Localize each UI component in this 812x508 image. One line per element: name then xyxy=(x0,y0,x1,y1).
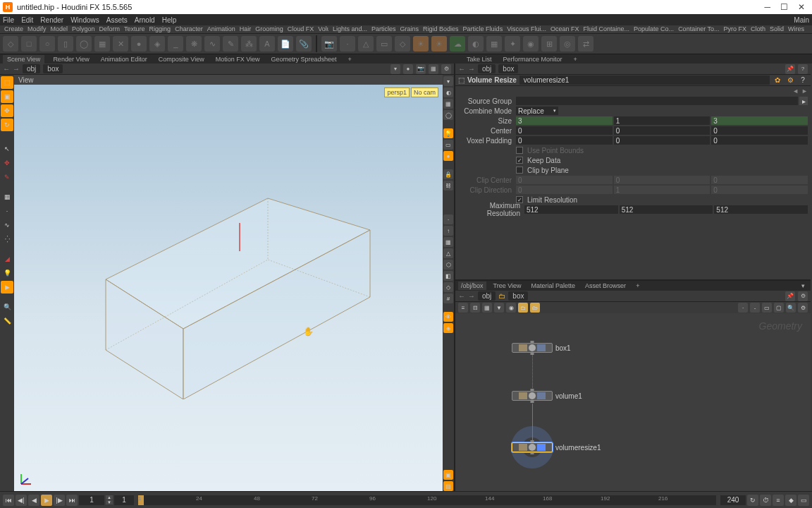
shelf-tab[interactable]: Viscous Flui... xyxy=(507,25,546,34)
shelf-tab[interactable]: Container To... xyxy=(678,25,719,34)
shelf-tab[interactable]: Rigging xyxy=(149,25,171,34)
shelf-tool-icon[interactable]: 📎 xyxy=(296,36,312,52)
voxelpad-y-field[interactable]: 0 xyxy=(614,136,710,145)
shelf-tab[interactable]: Populate Co... xyxy=(634,25,674,34)
paint-tool-icon[interactable]: ✎ xyxy=(1,171,13,183)
shelf-tool-icon[interactable]: ⁂ xyxy=(241,36,257,52)
shelf-tool-icon[interactable]: ◯ xyxy=(76,36,92,52)
start-frame-field[interactable]: 1 xyxy=(79,495,104,505)
shelf-tab[interactable]: Deform xyxy=(99,25,121,34)
path-segment[interactable]: box xyxy=(498,64,518,73)
layout-icon[interactable]: ▦ xyxy=(429,64,438,74)
pane-tab[interactable]: Composite View xyxy=(156,55,207,64)
scope-icon[interactable]: ▭ xyxy=(798,495,809,506)
network-node[interactable]: box1 xyxy=(512,343,571,353)
measure-icon[interactable]: 📏 xyxy=(1,315,13,327)
center-y-field[interactable]: 0 xyxy=(614,126,710,135)
shelf-tool-icon[interactable]: ⎯ xyxy=(168,36,183,52)
network-view[interactable]: Geometry box1 volume1 volumeresize1 xyxy=(455,313,811,491)
uv-icon[interactable]: ▦ xyxy=(443,237,453,247)
next-frame-button[interactable]: |▶ xyxy=(54,495,65,506)
shelf-tool-icon[interactable]: ▭ xyxy=(376,36,392,52)
filter-icon[interactable]: ▼ xyxy=(494,303,504,313)
shelf-tab[interactable]: Wires xyxy=(788,25,804,34)
shelf-tab[interactable]: Modify xyxy=(27,25,47,34)
options-icon[interactable]: ⚙ xyxy=(798,303,808,313)
shelf-tool-icon[interactable]: ☀ xyxy=(431,36,447,52)
shelf-tool-icon[interactable]: ☀ xyxy=(413,36,429,52)
path-segment[interactable]: obj xyxy=(478,64,496,73)
layout-icon[interactable]: · xyxy=(738,303,748,313)
pane-tab[interactable]: Render View xyxy=(50,55,92,64)
number-icon[interactable]: # xyxy=(443,294,453,303)
net-tab[interactable]: Material Palette xyxy=(529,282,579,290)
find-icon[interactable]: 🔍 xyxy=(786,303,796,313)
shelf-tool-icon[interactable]: ⊞ xyxy=(541,36,557,52)
shelf-tab[interactable]: Grooming xyxy=(255,25,283,34)
add-tab-icon[interactable]: + xyxy=(571,55,580,64)
nav-back-icon[interactable]: ← xyxy=(458,65,465,73)
keyframe-icon[interactable]: ◆ xyxy=(785,495,796,506)
shelf-tab[interactable]: Hair xyxy=(240,25,252,34)
shelf-tab[interactable]: Volume xyxy=(318,25,328,34)
shelf-tool-icon[interactable]: △ xyxy=(358,36,374,52)
maxres-z-field[interactable]: 512 xyxy=(714,205,808,214)
add-tab-icon[interactable]: + xyxy=(345,55,355,64)
frame-icon[interactable]: ▢ xyxy=(774,303,784,313)
vertex-icon[interactable]: ⬡ xyxy=(443,260,453,270)
loop-icon[interactable]: ↻ xyxy=(747,495,758,506)
nav-back-icon[interactable]: ← xyxy=(3,65,10,73)
shelf-tool-icon[interactable]: ▦ xyxy=(486,36,502,52)
step-up-icon[interactable]: ▲ xyxy=(106,495,113,500)
shelf-tool-icon[interactable]: □ xyxy=(21,36,37,52)
list-icon[interactable]: ≡ xyxy=(458,303,468,313)
snapshot-icon[interactable]: 📷 xyxy=(416,64,426,74)
maxres-y-field[interactable]: 512 xyxy=(620,205,713,214)
group-picker-icon[interactable]: ▸ xyxy=(799,97,808,105)
menu-edit[interactable]: Edit xyxy=(21,16,33,24)
pin-icon[interactable]: 📌 xyxy=(785,64,795,74)
menu-render[interactable]: Render xyxy=(40,16,63,24)
pane-tab[interactable]: Motion FX View xyxy=(213,55,263,64)
first-frame-button[interactable]: ⏮ xyxy=(3,495,14,506)
shelf-tab[interactable]: Character xyxy=(175,25,203,34)
normal-icon[interactable]: ↑ xyxy=(443,226,453,236)
shelf-tool-icon[interactable]: ▦ xyxy=(94,36,110,52)
path-segment[interactable]: box xyxy=(508,291,528,301)
construction-plane-icon[interactable]: ◢ xyxy=(1,253,13,265)
flipbook-icon[interactable]: ▶ xyxy=(1,281,13,294)
lock-camera-icon[interactable]: 🔒 xyxy=(443,169,453,179)
shelf-tab[interactable]: Polygon xyxy=(72,25,95,34)
shelf-tab[interactable]: Ocean FX xyxy=(550,25,579,34)
path-segment[interactable]: box xyxy=(43,64,63,73)
shelf-tab[interactable]: Grains xyxy=(400,25,419,34)
select-tool-icon[interactable]: ▣ xyxy=(1,90,13,103)
pane-tab[interactable]: Scene View xyxy=(3,55,44,64)
shelf-tool-icon[interactable]: ∿ xyxy=(204,36,220,52)
view-mode-label[interactable]: View xyxy=(14,75,443,85)
realtime-icon[interactable]: ⏱ xyxy=(760,495,771,506)
step-down-icon[interactable]: ▼ xyxy=(106,500,113,504)
last-frame-button[interactable]: ⏭ xyxy=(66,495,78,506)
guide-icon[interactable]: ◈ xyxy=(443,323,453,333)
node-name-field[interactable]: volumeresize1 xyxy=(519,75,770,85)
close-button[interactable]: ✕ xyxy=(798,2,805,12)
grid-icon[interactable]: ▦ xyxy=(482,303,492,313)
wireframe-icon[interactable]: ▦ xyxy=(443,99,453,109)
menu-assets[interactable]: Assets xyxy=(106,16,128,24)
gear-icon[interactable]: ⚙ xyxy=(798,291,808,301)
size-y-field[interactable]: 1 xyxy=(614,116,710,125)
inspect-icon[interactable]: 🔍 xyxy=(1,301,13,313)
prev-frame-button[interactable]: ◀| xyxy=(16,495,27,506)
ghost-icon[interactable]: ◯ xyxy=(443,110,453,120)
3d-viewport[interactable]: View persp1 No cam xyxy=(14,75,443,491)
snap-multi-icon[interactable]: ⁛ xyxy=(1,233,13,246)
voxelpad-x-field[interactable]: 0 xyxy=(516,136,613,145)
net-tab[interactable]: Asset Browser xyxy=(582,282,629,290)
combine-mode-dropdown[interactable]: Replace▾ xyxy=(516,107,558,115)
shelf-tool-icon[interactable]: ✕ xyxy=(113,36,128,52)
light-toggle-icon[interactable]: 💡 xyxy=(443,128,453,138)
path-segment[interactable]: obj xyxy=(478,291,496,301)
view-icon[interactable]: ◉ xyxy=(506,303,516,313)
shelf-tab[interactable]: Rigid Bodies xyxy=(423,25,459,34)
